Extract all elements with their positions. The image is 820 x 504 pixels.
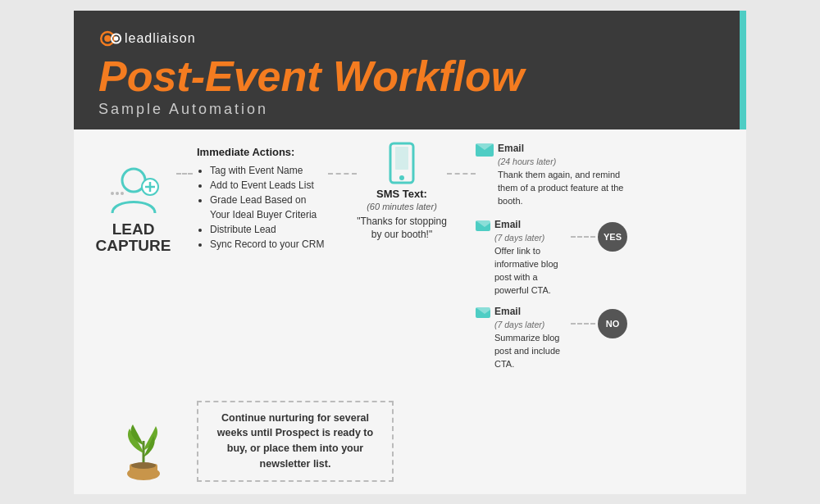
email-icon-1 xyxy=(476,143,494,157)
svg-rect-12 xyxy=(395,147,408,170)
connector-1 xyxy=(176,173,193,175)
brand-logo-icon xyxy=(98,25,125,52)
nurture-text-box: Continue nurturing for several weeks unt… xyxy=(197,401,394,482)
list-item: Grade Lead Based on Your Ideal Buyer Cri… xyxy=(210,193,328,222)
header-section: leadliaison Post-Event Workflow Sample A… xyxy=(74,11,746,129)
no-connector: NO xyxy=(571,309,627,338)
email-block-3: Email (7 days later) Summarize blog post… xyxy=(476,305,567,371)
person-icon xyxy=(104,162,163,221)
svg-point-10 xyxy=(121,192,124,195)
brand-name: leadliaison xyxy=(125,31,196,46)
sms-time: (60 minutes later) xyxy=(357,202,447,211)
top-flow: LEAD CAPTURE Immediate Actions: Tag with… xyxy=(90,142,730,397)
lead-capture-section: LEAD CAPTURE xyxy=(90,142,176,256)
nurture-text: Continue nurturing for several weeks unt… xyxy=(211,411,380,472)
immediate-actions-section: Immediate Actions: Tag with Event Name A… xyxy=(193,142,328,252)
connector-3 xyxy=(447,173,476,175)
email-icon-3 xyxy=(476,307,490,318)
svg-point-1 xyxy=(104,35,111,42)
no-line xyxy=(571,323,595,325)
email-block-2-row: Email (7 days later) Offer link to infor… xyxy=(476,218,627,297)
subtitle: Sample Automation xyxy=(98,101,722,118)
bottom-nurture-section: Continue nurturing for several weeks unt… xyxy=(90,401,730,482)
list-item: Sync Record to your CRM xyxy=(210,237,328,252)
content-area: LEAD CAPTURE Immediate Actions: Tag with… xyxy=(74,129,746,494)
svg-point-3 xyxy=(114,36,119,41)
sms-label: SMS Text: xyxy=(357,188,447,200)
plant-icon xyxy=(107,416,180,482)
email-text-1: Email (24 hours later) Thank them again,… xyxy=(498,142,627,208)
actions-title: Immediate Actions: xyxy=(197,146,328,158)
main-title: Post-Event Workflow xyxy=(98,55,722,98)
yes-connector: YES xyxy=(571,222,627,252)
sms-block: SMS Text: (60 minutes later) "Thanks for… xyxy=(357,142,447,243)
email-block-3-row: Email (7 days later) Summarize blog post… xyxy=(476,305,627,371)
list-item: Tag with Event Name xyxy=(210,163,328,178)
infographic: leadliaison Post-Event Workflow Sample A… xyxy=(74,11,746,494)
list-item: Distribute Lead xyxy=(210,222,328,237)
lead-capture-label: LEAD CAPTURE xyxy=(96,221,171,256)
brand-section: leadliaison xyxy=(98,25,722,52)
email-icon-2 xyxy=(476,220,490,231)
yes-badge: YES xyxy=(598,222,627,252)
svg-point-17 xyxy=(131,462,156,469)
svg-point-9 xyxy=(116,192,119,195)
svg-point-8 xyxy=(111,192,114,195)
list-item: Add to Event Leads List xyxy=(210,178,328,193)
phone-icon xyxy=(385,142,418,184)
connector-2 xyxy=(328,173,357,175)
actions-list: Tag with Event Name Add to Event Leads L… xyxy=(197,163,328,252)
yes-line xyxy=(571,236,595,238)
email-block-1: Email (24 hours later) Thank them again,… xyxy=(476,142,627,208)
email-column: Email (24 hours later) Thank them again,… xyxy=(476,142,627,371)
accent-bar xyxy=(740,11,746,129)
sms-message: "Thanks for stopping by our booth!" xyxy=(357,215,447,243)
svg-point-13 xyxy=(399,175,404,180)
no-badge: NO xyxy=(598,309,627,338)
email-block-2: Email (7 days later) Offer link to infor… xyxy=(476,218,567,297)
